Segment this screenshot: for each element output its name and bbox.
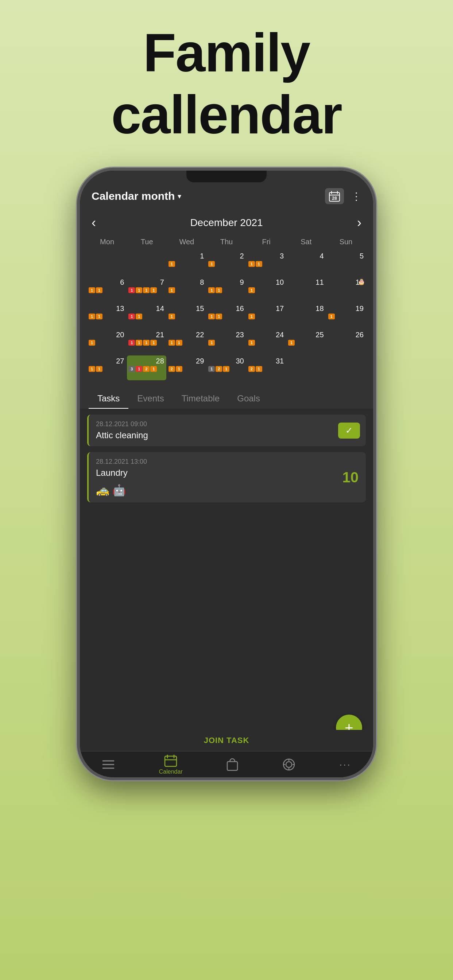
task-badge: 1 — [248, 287, 255, 293]
cal-cell[interactable]: 311 — [247, 250, 286, 275]
cal-cell[interactable]: 191 — [327, 303, 366, 328]
cal-cell[interactable]: 911 — [207, 277, 246, 302]
bottom-navigation: Calendar — [80, 751, 373, 777]
cell-number: 11 — [288, 278, 324, 286]
cal-cell[interactable]: 251 — [287, 329, 326, 354]
task-emoji-robot: 🤖 — [112, 484, 126, 496]
calendar-day-button[interactable]: 28 — [325, 188, 344, 204]
task-badge: 1 — [96, 287, 102, 293]
day-wed: Wed — [167, 236, 206, 248]
dropdown-arrow-icon[interactable]: ▾ — [178, 192, 181, 200]
cell-badges: 11 — [169, 340, 205, 345]
phone-screen: Calendar month ▾ 28 ⋮ — [80, 170, 373, 777]
task-2-number: 10 — [343, 469, 359, 485]
day-tue: Tue — [127, 236, 167, 248]
task-badge: 1 — [169, 313, 175, 320]
nav-item-more[interactable]: ··· — [339, 759, 351, 770]
cell-number: 14 — [128, 304, 164, 313]
next-month-button[interactable]: › — [357, 215, 362, 231]
cal-cell[interactable]: 283121 — [127, 355, 166, 380]
cal-cell[interactable]: 3121 — [247, 355, 286, 380]
nav-item-menu[interactable] — [102, 759, 115, 770]
cal-cell[interactable]: 611 — [87, 277, 126, 302]
task-1-check-button[interactable]: ✓ — [338, 423, 360, 439]
tasks-list: 28.12.2021 09:00 Attic cleaning ✓ 28.12.… — [80, 409, 373, 777]
prev-month-button[interactable]: ‹ — [91, 215, 96, 231]
cal-cell[interactable] — [287, 355, 326, 380]
cell-number: 16 — [208, 304, 244, 313]
join-task-label[interactable]: JOIN TASK — [204, 736, 249, 745]
cal-cell[interactable]: 151 — [167, 303, 206, 328]
cal-week-5: 27112831212921301213121 — [87, 355, 366, 380]
cal-cell[interactable]: 1311 — [87, 303, 126, 328]
cal-cell[interactable]: 2921 — [167, 355, 206, 380]
cal-cell[interactable]: 26 — [327, 329, 366, 354]
cell-badges: 1 — [169, 313, 205, 320]
cal-cell[interactable]: 71111 — [127, 277, 166, 302]
hero-title: Family callendar — [111, 22, 342, 146]
task-badge: 1 — [96, 313, 102, 320]
cal-cell[interactable]: 18 — [287, 303, 326, 328]
task-badge: 2 — [169, 366, 175, 372]
cal-cell[interactable]: 171 — [247, 303, 286, 328]
task-badge: 1 — [89, 366, 95, 372]
nav-item-shop[interactable] — [226, 758, 238, 771]
cell-number: 17 — [248, 304, 284, 313]
cell-number: 4 — [288, 252, 324, 260]
cal-cell[interactable]: 241 — [247, 329, 286, 354]
cal-cell[interactable]: 2211 — [167, 329, 206, 354]
cal-cell[interactable]: 1611 — [207, 303, 246, 328]
phone-shell: Calendar month ▾ 28 ⋮ — [77, 168, 376, 780]
cal-cell[interactable]: 231 — [207, 329, 246, 354]
task-badge: 1 — [150, 366, 157, 372]
cal-cell[interactable] — [87, 250, 126, 275]
task-badge: 1 — [256, 261, 262, 267]
cell-number: 30 — [208, 357, 244, 365]
phone-mockup: Calendar month ▾ 28 ⋮ — [77, 168, 376, 933]
cell-number: 23 — [208, 331, 244, 339]
tab-events[interactable]: Events — [128, 389, 172, 409]
cal-cell[interactable]: 81 — [167, 277, 206, 302]
cal-week-2: 611711118191110111🎂12 — [87, 277, 366, 302]
cal-cell[interactable] — [127, 250, 166, 275]
cal-cell[interactable]: 201 — [87, 329, 126, 354]
nav-item-target[interactable] — [282, 758, 295, 771]
tab-goals[interactable]: Goals — [228, 389, 269, 409]
cal-cell[interactable]: 211111 — [127, 329, 166, 354]
nav-item-calendar[interactable]: Calendar — [159, 754, 183, 775]
task-badge: 1 — [328, 313, 335, 320]
task-badge: 1 — [128, 287, 135, 293]
tab-tasks[interactable]: Tasks — [89, 389, 128, 409]
task-2-emojis: 🚕 🤖 — [96, 484, 359, 496]
svg-point-14 — [286, 762, 292, 767]
header-right: 28 ⋮ — [325, 188, 362, 204]
cal-cell[interactable]: 🎂12 — [327, 277, 366, 302]
cal-cell[interactable]: 21 — [207, 250, 246, 275]
task-badge: 1 — [128, 340, 135, 345]
task-emoji-car: 🚕 — [96, 484, 109, 496]
cal-cell[interactable]: 1411 — [127, 303, 166, 328]
task-badge: 1 — [208, 340, 215, 345]
cal-cell[interactable]: 2711 — [87, 355, 126, 380]
cal-cell[interactable]: 11 — [287, 277, 326, 302]
task-badge: 3 — [128, 366, 135, 372]
tab-timetable[interactable]: Timetable — [173, 389, 228, 409]
task-badge: 1 — [169, 287, 175, 293]
task-badge: 1 — [208, 313, 215, 320]
more-nav-icon: ··· — [339, 759, 351, 770]
cal-cell[interactable]: 101 — [247, 277, 286, 302]
view-title[interactable]: Calendar month — [91, 190, 175, 202]
cell-badges: 1 — [248, 313, 284, 320]
task-badge: 1 — [208, 261, 215, 267]
cal-cell[interactable]: 11 — [167, 250, 206, 275]
cal-cell[interactable] — [327, 355, 366, 380]
task-badge: 1 — [89, 340, 95, 345]
cell-badges: 1 — [288, 340, 324, 345]
cell-badges: 1 — [248, 287, 284, 293]
cal-cell[interactable]: 30121 — [207, 355, 246, 380]
cell-number: 22 — [169, 331, 205, 339]
cal-cell[interactable]: 4 — [287, 250, 326, 275]
more-options-icon[interactable]: ⋮ — [351, 190, 362, 202]
cal-cell[interactable]: 5 — [327, 250, 366, 275]
task-badge: 1 — [256, 366, 262, 372]
